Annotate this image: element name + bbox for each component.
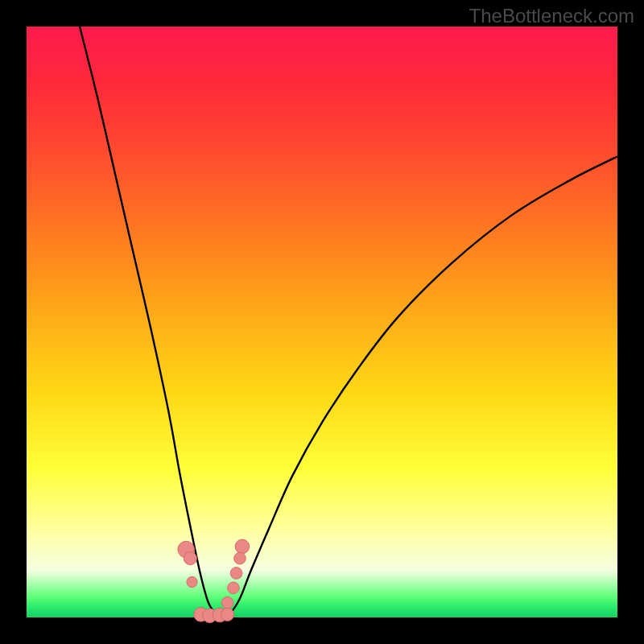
attribution-watermark: TheBottleneck.com [469,5,634,27]
curve-layer [27,27,617,617]
data-marker [230,568,242,580]
data-marker [187,576,197,587]
data-marker [221,608,233,621]
outer-frame: TheBottleneck.com [0,0,644,644]
data-marker [234,552,246,564]
data-marker [221,597,233,609]
data-marker [235,539,250,554]
curve-right-branch [228,156,617,617]
curve-left-branch [80,27,221,617]
data-marker [228,582,240,594]
data-marker [184,552,196,565]
